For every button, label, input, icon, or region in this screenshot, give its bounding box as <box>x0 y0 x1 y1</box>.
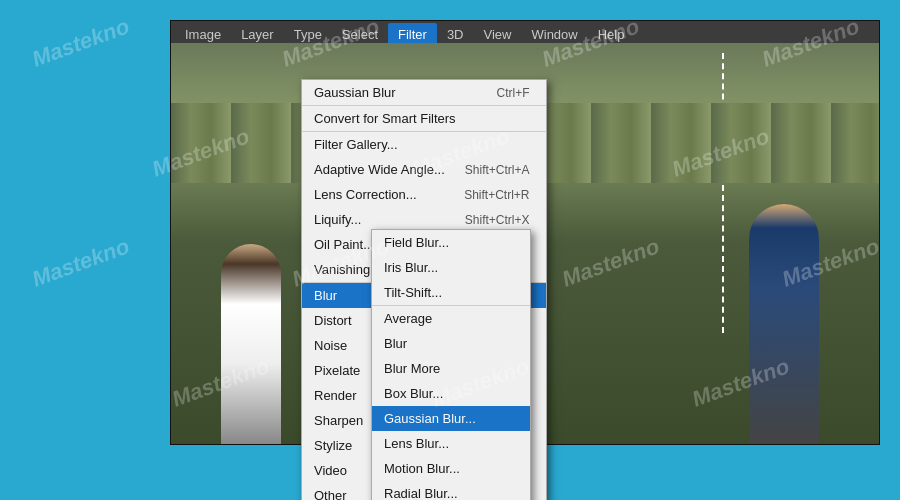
blur-box-blur[interactable]: Box Blur... <box>372 381 530 406</box>
blur-submenu: Field Blur... Iris Blur... Tilt-Shift...… <box>371 229 531 500</box>
watermark: Mastekno <box>29 13 133 72</box>
blur-field-blur[interactable]: Field Blur... <box>372 230 530 255</box>
blur-radial-blur[interactable]: Radial Blur... <box>372 481 530 500</box>
selection-border <box>722 53 724 333</box>
menu-lens-correction[interactable]: Lens Correction... Shift+Ctrl+R <box>302 182 546 207</box>
blur-blur[interactable]: Blur <box>372 331 530 356</box>
menu-gaussian-blur[interactable]: Gaussian Blur Ctrl+F <box>302 80 546 106</box>
blur-lens-blur[interactable]: Lens Blur... <box>372 431 530 456</box>
menu-convert-smart[interactable]: Convert for Smart Filters <box>302 106 546 132</box>
blur-motion-blur[interactable]: Motion Blur... <box>372 456 530 481</box>
photoshop-window: Image Layer Type Select Filter 3D View W… <box>170 20 880 445</box>
blur-iris-blur[interactable]: Iris Blur... <box>372 255 530 280</box>
menu-filter-gallery[interactable]: Filter Gallery... <box>302 132 546 157</box>
blur-blur-more[interactable]: Blur More <box>372 356 530 381</box>
person-1 <box>221 244 281 444</box>
watermark: Mastekno <box>29 233 133 292</box>
menu-adaptive-wide-angle[interactable]: Adaptive Wide Angle... Shift+Ctrl+A <box>302 157 546 182</box>
person-3 <box>749 204 819 444</box>
blur-tilt-shift[interactable]: Tilt-Shift... <box>372 280 530 306</box>
blur-gaussian-blur[interactable]: Gaussian Blur... <box>372 406 530 431</box>
blur-average[interactable]: Average <box>372 306 530 331</box>
